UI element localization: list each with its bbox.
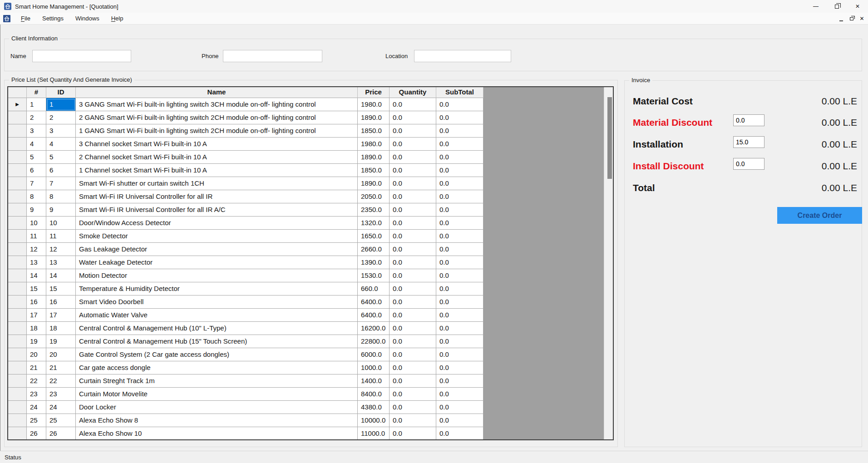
grid-cell-number[interactable]: 23 xyxy=(27,388,46,401)
grid-cell-number[interactable]: 10 xyxy=(27,217,46,230)
grid-cell-subtotal[interactable]: 0.0 xyxy=(436,190,483,203)
grid-cell-name[interactable]: 2 GANG Smart Wi-Fi built-in lighting swi… xyxy=(76,111,358,124)
grid-cell-row-selector[interactable] xyxy=(8,374,27,388)
installation-input[interactable] xyxy=(733,136,764,148)
mdi-minimize-button[interactable] xyxy=(836,14,846,24)
maximize-restore-button[interactable] xyxy=(826,0,847,13)
grid-cell-quantity[interactable]: 0.0 xyxy=(390,243,436,256)
grid-cell-subtotal[interactable]: 0.0 xyxy=(436,388,483,401)
grid-cell-number[interactable]: 21 xyxy=(27,361,46,374)
grid-cell-quantity[interactable]: 0.0 xyxy=(390,282,436,296)
grid-header-id[interactable]: ID xyxy=(46,87,76,98)
grid-cell-subtotal[interactable]: 0.0 xyxy=(436,138,483,151)
grid-cell-name[interactable]: Motion Detector xyxy=(76,269,358,282)
grid-cell-id[interactable]: 16 xyxy=(46,296,76,309)
grid-cell-subtotal[interactable]: 0.0 xyxy=(436,243,483,256)
grid-cell-id[interactable]: 19 xyxy=(46,335,76,348)
grid-cell-row-selector[interactable] xyxy=(8,256,27,269)
phone-input[interactable] xyxy=(223,50,322,62)
menu-item-file[interactable]: File xyxy=(15,13,36,24)
grid-cell-id[interactable]: 15 xyxy=(46,282,76,296)
grid-cell-name[interactable]: Curtain Streght Track 1m xyxy=(76,374,358,388)
grid-cell-subtotal[interactable]: 0.0 xyxy=(436,269,483,282)
grid-cell-subtotal[interactable]: 0.0 xyxy=(436,348,483,361)
grid-cell-name[interactable]: Central Control & Management Hub (15" To… xyxy=(76,335,358,348)
mdi-restore-button[interactable] xyxy=(846,14,857,24)
grid-cell-name[interactable]: Automatic Water Valve xyxy=(76,309,358,322)
grid-cell-row-selector[interactable] xyxy=(8,230,27,243)
grid-cell-number[interactable]: 14 xyxy=(27,269,46,282)
grid-cell-subtotal[interactable]: 0.0 xyxy=(436,309,483,322)
grid-cell-price[interactable]: 1850.0 xyxy=(358,164,390,177)
grid-cell-row-selector[interactable] xyxy=(8,414,27,427)
grid-cell-row-selector[interactable] xyxy=(8,111,27,124)
grid-header-name[interactable]: Name xyxy=(76,87,358,98)
grid-cell-subtotal[interactable]: 0.0 xyxy=(436,151,483,164)
grid-cell-id[interactable]: 9 xyxy=(46,203,76,217)
grid-cell-price[interactable]: 22800.0 xyxy=(358,335,390,348)
grid-cell-number[interactable]: 16 xyxy=(27,296,46,309)
grid-cell-name[interactable]: Door/Window Access Detector xyxy=(76,217,358,230)
grid-cell-id[interactable]: 21 xyxy=(46,361,76,374)
grid-cell-id[interactable]: 18 xyxy=(46,322,76,335)
grid-scrollbar[interactable] xyxy=(604,87,613,439)
grid-cell-quantity[interactable]: 0.0 xyxy=(390,124,436,138)
grid-cell-quantity[interactable]: 0.0 xyxy=(390,427,436,439)
name-input[interactable] xyxy=(32,50,131,62)
grid-cell-subtotal[interactable]: 0.0 xyxy=(436,256,483,269)
grid-cell-row-selector[interactable] xyxy=(8,177,27,190)
grid-cell-number[interactable]: 3 xyxy=(27,124,46,138)
grid-cell-row-selector[interactable] xyxy=(8,138,27,151)
grid-cell-name[interactable]: Gas Leakage Detector xyxy=(76,243,358,256)
grid-cell-subtotal[interactable]: 0.0 xyxy=(436,361,483,374)
grid-cell-row-selector[interactable] xyxy=(8,282,27,296)
grid-cell-number[interactable]: 7 xyxy=(27,177,46,190)
grid-cell-price[interactable]: 6400.0 xyxy=(358,309,390,322)
grid-cell-name[interactable]: Central Control & Management Hub (10" L-… xyxy=(76,322,358,335)
mdi-close-button[interactable]: ✕ xyxy=(857,14,867,24)
grid-cell-id[interactable]: 4 xyxy=(46,138,76,151)
grid-cell-price[interactable]: 1890.0 xyxy=(358,177,390,190)
grid-cell-id[interactable]: 26 xyxy=(46,427,76,439)
grid-cell-number[interactable]: 22 xyxy=(27,374,46,388)
grid-cell-price[interactable]: 10000.0 xyxy=(358,414,390,427)
grid-cell-price[interactable]: 1850.0 xyxy=(358,124,390,138)
create-order-button[interactable]: Create Order xyxy=(777,207,862,224)
grid-cell-quantity[interactable]: 0.0 xyxy=(390,138,436,151)
grid-cell-quantity[interactable]: 0.0 xyxy=(390,111,436,124)
grid-cell-id[interactable]: 14 xyxy=(46,269,76,282)
grid-cell-number[interactable]: 17 xyxy=(27,309,46,322)
grid-cell-subtotal[interactable]: 0.0 xyxy=(436,217,483,230)
grid-cell-subtotal[interactable]: 0.0 xyxy=(436,164,483,177)
grid-cell-name[interactable]: Smoke Detector xyxy=(76,230,358,243)
grid-cell-row-selector[interactable]: ▶ xyxy=(8,98,27,111)
grid-cell-price[interactable]: 1650.0 xyxy=(358,230,390,243)
grid-cell-quantity[interactable]: 0.0 xyxy=(390,190,436,203)
grid-cell-name[interactable]: Temperature & Humidity Detector xyxy=(76,282,358,296)
grid-cell-price[interactable]: 1890.0 xyxy=(358,151,390,164)
grid-cell-number[interactable]: 4 xyxy=(27,138,46,151)
grid-cell-quantity[interactable]: 0.0 xyxy=(390,374,436,388)
grid-cell-id[interactable]: 3 xyxy=(46,124,76,138)
grid-cell-price[interactable]: 1400.0 xyxy=(358,374,390,388)
grid-cell-number[interactable]: 13 xyxy=(27,256,46,269)
grid-cell-row-selector[interactable] xyxy=(8,335,27,348)
grid-cell-price[interactable]: 1530.0 xyxy=(358,269,390,282)
grid-cell-name[interactable]: 2 Channel socket Smart Wi-Fi built-in 10… xyxy=(76,151,358,164)
grid-cell-price[interactable]: 1390.0 xyxy=(358,256,390,269)
grid-cell-subtotal[interactable]: 0.0 xyxy=(436,414,483,427)
material-discount-input[interactable] xyxy=(733,114,764,126)
grid-cell-quantity[interactable]: 0.0 xyxy=(390,309,436,322)
grid-cell-subtotal[interactable]: 0.0 xyxy=(436,296,483,309)
grid-cell-row-selector[interactable] xyxy=(8,269,27,282)
grid-cell-id[interactable]: 7 xyxy=(46,177,76,190)
grid-cell-row-selector[interactable] xyxy=(8,124,27,138)
grid-header-number[interactable]: # xyxy=(27,87,46,98)
grid-cell-number[interactable]: 18 xyxy=(27,322,46,335)
menu-item-windows[interactable]: Windows xyxy=(69,13,105,24)
close-button[interactable]: ✕ xyxy=(847,0,868,13)
minimize-button[interactable]: — xyxy=(805,0,826,13)
grid-cell-row-selector[interactable] xyxy=(8,361,27,374)
grid-cell-row-selector[interactable] xyxy=(8,296,27,309)
grid-cell-quantity[interactable]: 0.0 xyxy=(390,322,436,335)
